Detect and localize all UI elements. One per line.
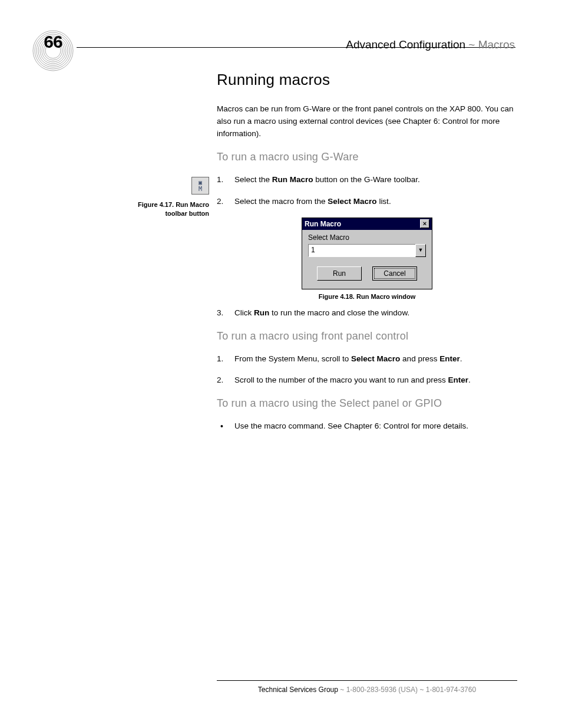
- footer-group: Technical Services Group: [258, 686, 338, 694]
- sec2-step2: 2. Scroll to the number of the macro you…: [217, 374, 517, 387]
- heading-run-select-gpio: To run a macro using the Select panel or…: [217, 397, 517, 410]
- select-macro-dropdown[interactable]: 1 ▼: [308, 244, 426, 257]
- header-breadcrumb: Advanced Configuration ~ Macros: [346, 38, 515, 51]
- run-macro-toolbar-icon: ▣M: [191, 177, 209, 195]
- run-macro-dialog: Run Macro × Select Macro 1 ▼ Run Cancel: [302, 218, 432, 289]
- heading-run-front-panel: To run a macro using front panel control: [217, 330, 517, 342]
- dialog-title: Run Macro: [305, 220, 341, 228]
- heading-running-macros: Running macros: [217, 71, 517, 89]
- cancel-button[interactable]: Cancel: [372, 266, 417, 281]
- footer-phone2: 1-801-974-3760: [426, 686, 476, 694]
- footer-phone1: 1-800-283-5936 (USA): [346, 686, 418, 694]
- page-number: 66: [32, 32, 74, 52]
- footer-rule: [217, 680, 517, 681]
- intro-paragraph: Macros can be run from G-Ware or the fro…: [217, 103, 517, 140]
- header-sub: Macros: [478, 38, 515, 51]
- heading-run-gware: To run a macro using G-Ware: [217, 151, 517, 163]
- sec3-bullet: Use the macro command. See Chapter 6: Co…: [217, 420, 517, 433]
- figure-4-17: ▣M Figure 4.17. Run Macro toolbar button: [127, 177, 209, 219]
- figure-4-17-caption: Figure 4.17. Run Macro toolbar button: [127, 200, 209, 219]
- sec2-step1: 1. From the System Menu, scroll to Selec…: [217, 353, 517, 365]
- header-sep: ~: [468, 38, 475, 51]
- sec1-step3: 3. Click Run to run the macro and close …: [217, 307, 517, 319]
- sec1-step1: 1. Select the Run Macro button on the G-…: [217, 174, 517, 186]
- figure-4-18-caption: Figure 4.18. Run Macro window: [217, 293, 517, 300]
- select-macro-value[interactable]: 1: [308, 244, 415, 257]
- select-macro-label: Select Macro: [308, 233, 426, 242]
- run-button[interactable]: Run: [317, 266, 362, 281]
- close-icon[interactable]: ×: [420, 219, 429, 228]
- header-section: Advanced Configuration: [346, 38, 465, 51]
- sec1-step2: 2. Select the macro from the Select Macr…: [217, 196, 517, 208]
- chevron-down-icon[interactable]: ▼: [415, 244, 426, 257]
- figure-4-18: Run Macro × Select Macro 1 ▼ Run Cancel: [302, 218, 432, 289]
- footer: Technical Services Group ~ 1-800-283-593…: [217, 686, 517, 694]
